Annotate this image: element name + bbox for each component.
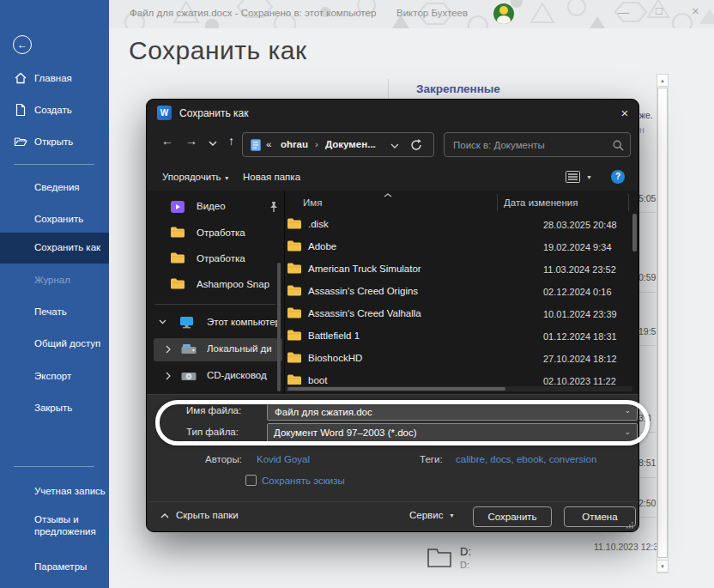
resize-grip[interactable] <box>626 521 633 529</box>
search-box[interactable] <box>444 132 631 157</box>
tags-link[interactable]: calibre, docs, ebook, conversion <box>456 454 596 464</box>
avatar-face <box>499 6 508 15</box>
filetype-dropdown-chevron-icon[interactable]: ⌄ <box>624 427 631 436</box>
drive-item-subtitle: D: <box>460 560 469 570</box>
folder-icon <box>287 218 301 229</box>
tools-caret-icon[interactable]: ▼ <box>449 512 455 518</box>
tab-pinned[interactable]: Закрепленные <box>416 82 500 95</box>
file-row[interactable]: Assassin's Creed Valhalla10.01.2024 23:3… <box>286 303 632 325</box>
breadcrumb-ellipsis-icon[interactable]: « <box>266 139 271 149</box>
hide-folders-button[interactable]: Скрыть папки <box>176 510 239 520</box>
organize-button[interactable]: Упорядочить ▼ <box>162 172 230 182</box>
address-bar[interactable]: « ohrau › Докумен... <box>242 132 434 157</box>
sidebar-divider <box>14 466 94 467</box>
file-modified-date: 11.10.2023 12:3 <box>594 542 658 552</box>
sidebar-divider <box>14 164 94 165</box>
filetype-select[interactable]: Документ Word 97–2003 (*.doc) ⌄ <box>267 423 638 442</box>
column-separator[interactable] <box>628 194 629 211</box>
search-input[interactable] <box>451 136 601 155</box>
nav-up-icon[interactable]: ↑ <box>228 134 234 148</box>
filename-dropdown-chevron-icon[interactable]: ⌄ <box>624 406 631 415</box>
account-name[interactable]: Виктор Бухтеев <box>396 8 468 18</box>
dialog-close-icon[interactable]: × <box>613 103 637 124</box>
filename-label: Имя файла: <box>186 405 241 415</box>
file-row[interactable]: Adobe19.02.2024 9:34 <box>286 236 632 258</box>
filetype-label: Тип файла: <box>186 427 239 437</box>
tools-button[interactable]: Сервис <box>409 510 443 520</box>
organize-caret-icon: ▼ <box>224 175 230 181</box>
home-icon <box>14 71 27 85</box>
file-row[interactable]: American Truck Simulator11.03.2024 23:52 <box>286 258 632 281</box>
folder-icon <box>287 240 301 252</box>
authors-label: Авторы: <box>205 454 242 464</box>
row-divider <box>638 212 657 213</box>
row-time: 2:50 <box>638 498 656 508</box>
breadcrumb-separator-icon: › <box>315 139 318 149</box>
truncated-text-fragment: же. <box>639 110 653 120</box>
backstage-scrollbar-thumb[interactable] <box>657 88 668 558</box>
window-close-icon[interactable]: × <box>692 3 699 18</box>
file-list: .disk28.03.2025 20:48 Adobe19.02.2024 9:… <box>147 212 638 385</box>
save-button[interactable]: Сохранить <box>473 506 552 527</box>
nav-back-icon[interactable]: ← <box>161 134 173 148</box>
open-folder-icon <box>14 135 27 149</box>
drive-item-title[interactable]: D: <box>460 545 471 558</box>
scroll-up-icon[interactable]: ▲ <box>657 74 669 87</box>
breadcrumb-folder[interactable]: ohrau <box>281 139 308 149</box>
pin-icon <box>269 201 279 213</box>
authors-link[interactable]: Kovid Goyal <box>257 454 310 464</box>
row-divider <box>638 517 657 518</box>
folder-icon <box>287 285 301 296</box>
breadcrumb-folder[interactable]: Докумен... <box>325 139 376 149</box>
column-header-date[interactable]: Дата изменения <box>504 197 578 208</box>
scroll-down-icon[interactable]: ▼ <box>657 560 669 573</box>
dialog-title: Сохранить как <box>179 107 248 119</box>
save-thumbnails-checkbox[interactable] <box>245 475 257 486</box>
titlebar: Файл для сжатия.docx - Сохранено в: этот… <box>109 0 714 28</box>
folder-icon <box>287 307 301 318</box>
folder-icon <box>287 352 301 363</box>
file-fields-panel: Имя файла: ⌄ Тип файла: Документ Word 97… <box>147 394 638 502</box>
avatar[interactable] <box>493 3 514 24</box>
nav-history-chevron-icon[interactable] <box>209 141 217 146</box>
save-thumbnails-label[interactable]: Сохранять эскизы <box>262 476 345 486</box>
page-title: Сохранить как <box>129 36 307 65</box>
file-row[interactable]: boot02.10.2023 11:22 <box>286 370 632 385</box>
back-button[interactable]: ← <box>13 35 32 54</box>
row-time: 5:05 <box>638 193 656 203</box>
help-icon[interactable]: ? <box>611 170 625 184</box>
row-divider <box>638 477 657 478</box>
list-vertical-scrollbar[interactable] <box>632 214 637 252</box>
filename-field[interactable]: ⌄ <box>267 402 638 421</box>
row-divider <box>638 292 657 293</box>
column-separator[interactable] <box>497 194 498 211</box>
minimize-icon[interactable]: — <box>618 6 629 19</box>
sidebar-item-save-as[interactable]: Сохранить как <box>0 233 109 264</box>
maximize-icon[interactable]: □ <box>656 4 663 17</box>
file-row[interactable]: Assassin's Creed Origins02.12.2024 0:16 <box>286 281 632 303</box>
view-mode-icon[interactable] <box>566 171 580 183</box>
row-divider <box>638 345 657 346</box>
folder-icon <box>287 263 301 274</box>
save-as-dialog: W Сохранить как × ← → ↑ « ohrau › Докуме… <box>146 99 639 532</box>
word-logo-icon: W <box>157 106 172 120</box>
file-row[interactable]: Battlefield 101.12.2024 18:31 <box>286 325 632 348</box>
row-time: 19:5 <box>638 326 656 336</box>
new-folder-button[interactable]: Новая папка <box>243 172 300 182</box>
file-row[interactable]: .disk28.03.2025 20:48 <box>286 214 632 236</box>
hide-folders-chevron-icon[interactable] <box>160 513 169 518</box>
list-horizontal-scrollbar-thumb[interactable] <box>287 387 505 391</box>
view-mode-caret-icon[interactable]: ▼ <box>586 174 592 180</box>
column-header-name[interactable]: Имя <box>303 197 322 208</box>
folder-icon <box>287 330 301 341</box>
filename-input[interactable] <box>273 404 611 420</box>
refresh-icon[interactable] <box>409 138 423 152</box>
new-document-icon <box>14 103 27 117</box>
address-dropdown-chevron-icon[interactable] <box>390 143 399 149</box>
search-icon[interactable] <box>613 140 624 151</box>
document-location-icon <box>251 139 261 151</box>
sort-ascending-icon <box>384 193 392 197</box>
nav-forward-icon[interactable]: → <box>185 134 197 148</box>
file-row[interactable]: BioshockHD27.10.2024 18:12 <box>286 348 632 370</box>
truncated-text-fragment: н <box>639 124 644 135</box>
